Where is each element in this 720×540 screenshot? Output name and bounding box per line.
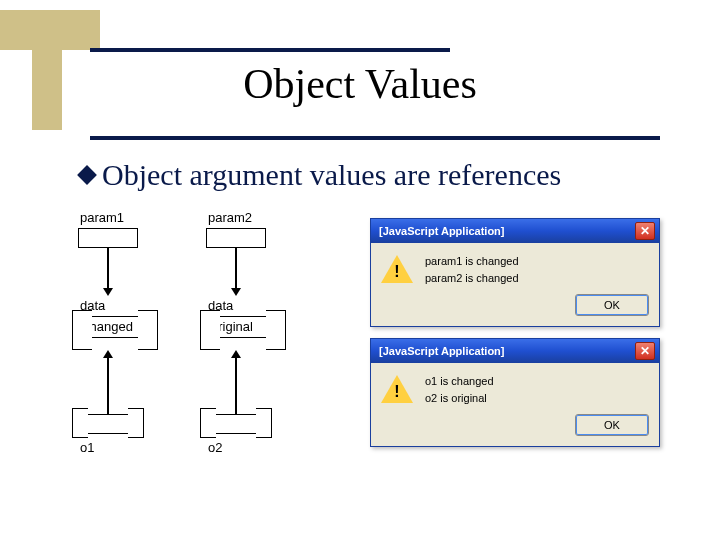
frame-o-left-1 bbox=[72, 408, 88, 438]
arrow-o2-data bbox=[235, 358, 237, 414]
arrow-p1-data bbox=[107, 248, 109, 288]
dialog-line-2: param2 is changed bbox=[425, 270, 519, 287]
arrow-o1-data bbox=[107, 358, 109, 414]
rule-under-title bbox=[90, 136, 660, 140]
alert-dialog-1: [JavaScript Application] ✕ param1 is cha… bbox=[370, 218, 660, 327]
ok-button[interactable]: OK bbox=[575, 414, 649, 436]
frame-left-2 bbox=[200, 310, 220, 350]
dialog-line-1: param1 is changed bbox=[425, 253, 519, 270]
arrowhead-p1-down-icon bbox=[103, 288, 113, 296]
label-o2: o2 bbox=[208, 440, 222, 455]
frame-o-right-1 bbox=[128, 408, 144, 438]
box-param2 bbox=[206, 228, 266, 248]
dialog-line-2: o2 is original bbox=[425, 390, 494, 407]
frame-right-1 bbox=[138, 310, 158, 350]
rule-top bbox=[90, 48, 450, 52]
frame-o-right-2 bbox=[256, 408, 272, 438]
arrow-p2-data bbox=[235, 248, 237, 288]
frame-left-1 bbox=[72, 310, 92, 350]
frame-o-left-2 bbox=[200, 408, 216, 438]
close-button[interactable]: ✕ bbox=[635, 342, 655, 360]
ok-button[interactable]: OK bbox=[575, 294, 649, 316]
alert-dialog-2: [JavaScript Application] ✕ o1 is changed… bbox=[370, 338, 660, 447]
diamond-bullet-icon bbox=[77, 165, 97, 185]
warning-icon bbox=[381, 375, 413, 403]
arrowhead-p2-down-icon bbox=[231, 288, 241, 296]
label-param2: param2 bbox=[208, 210, 252, 225]
close-button[interactable]: ✕ bbox=[635, 222, 655, 240]
dialog-message: o1 is changed o2 is original bbox=[425, 373, 494, 406]
dialog-titlebar: [JavaScript Application] ✕ bbox=[371, 219, 659, 243]
bullet-item: Object argument values are references bbox=[80, 158, 561, 192]
box-param1 bbox=[78, 228, 138, 248]
reference-diagram: param1 param2 data data changed original… bbox=[78, 210, 358, 490]
dialog-title: [JavaScript Application] bbox=[379, 345, 505, 357]
label-param1: param1 bbox=[80, 210, 124, 225]
dialog-line-1: o1 is changed bbox=[425, 373, 494, 390]
dialog-title: [JavaScript Application] bbox=[379, 225, 505, 237]
label-o1: o1 bbox=[80, 440, 94, 455]
dialog-message: param1 is changed param2 is changed bbox=[425, 253, 519, 286]
frame-right-2 bbox=[266, 310, 286, 350]
arrowhead-o1-up-icon bbox=[103, 350, 113, 358]
warning-icon bbox=[381, 255, 413, 283]
close-icon: ✕ bbox=[640, 225, 650, 237]
arrowhead-o2-up-icon bbox=[231, 350, 241, 358]
slide-title: Object Values bbox=[0, 60, 720, 108]
close-icon: ✕ bbox=[640, 345, 650, 357]
dialog-titlebar: [JavaScript Application] ✕ bbox=[371, 339, 659, 363]
bullet-text: Object argument values are references bbox=[102, 158, 561, 192]
